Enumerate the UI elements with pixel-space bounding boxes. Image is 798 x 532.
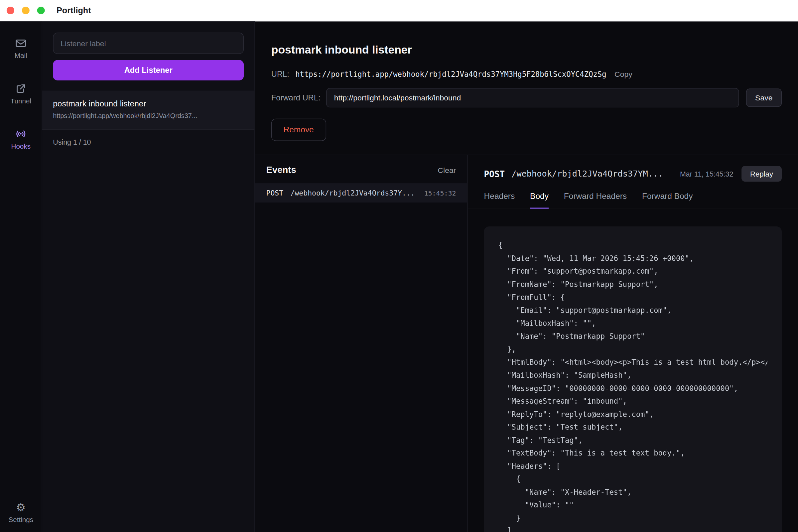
zoom-window-button[interactable]	[37, 7, 45, 14]
tab-forward-body[interactable]: Forward Body	[642, 192, 692, 209]
main-area: postmark inbound listener URL: https://p…	[255, 21, 798, 532]
sidebar-item-settings[interactable]: ⚙ Settings	[8, 502, 33, 524]
sidebar: Mail Tunnel Hooks ⚙ Settings	[0, 21, 42, 532]
listener-list-item[interactable]: postmark inbound listener https://portli…	[42, 91, 254, 129]
usage-counter: Using 1 / 10	[42, 129, 254, 154]
tab-body[interactable]: Body	[530, 192, 549, 209]
request-body-json: { "Date": "Wed, 11 Mar 2026 15:45:26 +00…	[498, 239, 767, 532]
request-header: POST /webhook/rbjdl2JVa4Qrds37YM... Mar …	[468, 155, 798, 182]
request-body-panel[interactable]: { "Date": "Wed, 11 Mar 2026 15:45:26 +00…	[484, 226, 782, 532]
listener-detail: postmark inbound listener URL: https://p…	[255, 21, 798, 155]
request-panel: POST /webhook/rbjdl2JVa4Qrds37YM... Mar …	[468, 155, 798, 532]
sidebar-item-label: Settings	[8, 516, 33, 524]
sidebar-item-label: Mail	[15, 52, 27, 59]
sidebar-item-label: Tunnel	[11, 97, 31, 105]
forward-url-input[interactable]	[326, 88, 739, 107]
sidebar-item-label: Hooks	[11, 142, 31, 150]
sidebar-item-tunnel[interactable]: Tunnel	[11, 83, 31, 105]
save-button[interactable]: Save	[746, 89, 782, 107]
traffic-lights	[0, 7, 45, 14]
tab-headers[interactable]: Headers	[484, 192, 515, 209]
envelope-icon	[15, 38, 26, 49]
minimize-window-button[interactable]	[22, 7, 30, 14]
request-timestamp: Mar 11, 15:45:32	[673, 170, 734, 177]
forward-url-label: Forward URL:	[271, 93, 321, 102]
sidebar-item-hooks[interactable]: Hooks	[11, 128, 31, 150]
gear-icon: ⚙	[16, 502, 25, 513]
request-tabs: Headers Body Forward Headers Forward Bod…	[468, 182, 798, 209]
listener-name: postmark inbound listener	[53, 99, 244, 108]
tab-forward-headers[interactable]: Forward Headers	[564, 192, 627, 209]
event-method: POST	[266, 189, 284, 197]
event-path: /webhook/rbjdl2JVa4Qrds37Y...	[291, 189, 417, 197]
listener-list: postmark inbound listener https://portli…	[42, 91, 254, 154]
replay-button[interactable]: Replay	[741, 166, 782, 182]
listeners-panel: Add Listener postmark inbound listener h…	[42, 21, 255, 532]
url-label: URL:	[271, 70, 289, 79]
clear-events-button[interactable]: Clear	[438, 166, 456, 174]
webhook-url-value: https://portlight.app/webhook/rbjdl2JVa4…	[295, 70, 606, 78]
events-panel: Events Clear POST /webhook/rbjdl2JVa4Qrd…	[255, 155, 468, 532]
webhook-url-row: URL: https://portlight.app/webhook/rbjdl…	[271, 70, 782, 79]
forward-url-row: Forward URL: Save	[271, 88, 782, 107]
page-title: postmark inbound listener	[271, 43, 782, 57]
event-row[interactable]: POST /webhook/rbjdl2JVa4Qrds37Y... 15:45…	[255, 183, 467, 203]
copy-url-button[interactable]: Copy	[614, 70, 632, 78]
window-title: Portlight	[57, 6, 91, 15]
events-title: Events	[266, 165, 296, 175]
listener-label-input[interactable]	[53, 33, 244, 54]
broadcast-icon	[15, 128, 27, 140]
remove-listener-button[interactable]: Remove	[271, 118, 326, 141]
listener-url: https://portlight.app/webhook/rbjdl2JVa4…	[53, 112, 244, 120]
request-body-wrap: { "Date": "Wed, 11 Mar 2026 15:45:26 +00…	[468, 209, 798, 532]
titlebar: Portlight	[0, 0, 798, 21]
event-time: 15:45:32	[424, 189, 456, 197]
request-method: POST	[484, 169, 505, 179]
request-path: /webhook/rbjdl2JVa4Qrds37YM...	[511, 169, 663, 178]
sidebar-item-mail[interactable]: Mail	[15, 38, 27, 59]
app-window: Portlight Mail Tunnel Hooks	[0, 0, 798, 532]
external-link-icon	[15, 83, 26, 94]
close-window-button[interactable]	[7, 7, 14, 14]
add-listener-button[interactable]: Add Listener	[53, 60, 244, 80]
